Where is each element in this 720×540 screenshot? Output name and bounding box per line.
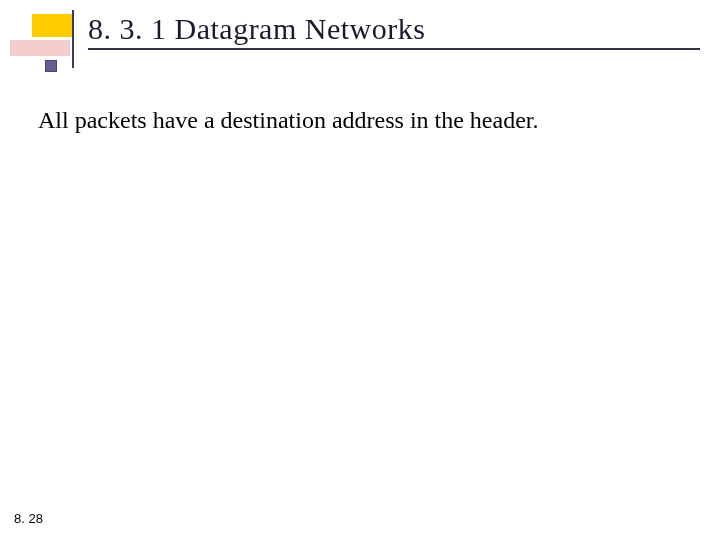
deco-yellow-block <box>32 14 72 37</box>
slide-title: 8. 3. 1 Datagram Networks <box>88 12 425 46</box>
slide-body-area: All packets have a destination address i… <box>38 105 680 136</box>
deco-vertical-line <box>72 10 74 68</box>
slide-number: 8. 28 <box>14 511 43 526</box>
deco-pink-block <box>10 40 70 56</box>
slide-logo-decoration <box>10 10 80 70</box>
slide-body-text: All packets have a destination address i… <box>38 105 680 136</box>
slide-title-area: 8. 3. 1 Datagram Networks <box>88 8 700 50</box>
deco-purple-square <box>45 60 57 72</box>
